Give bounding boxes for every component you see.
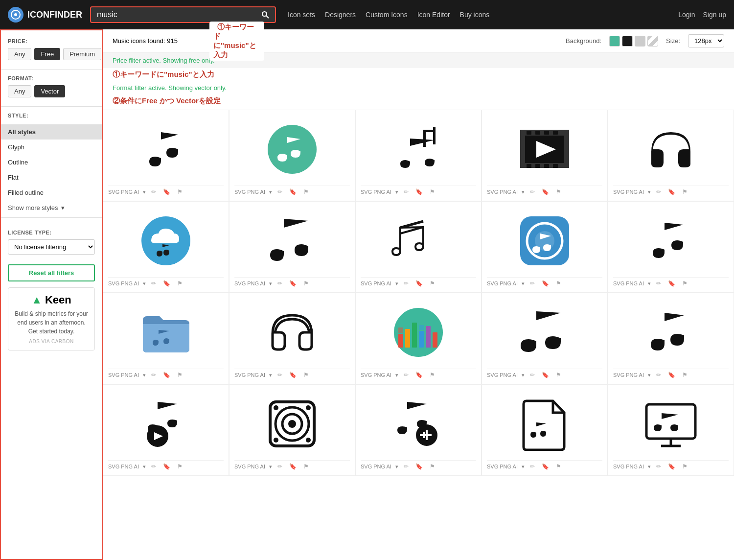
flag-btn-6[interactable]: ⚑ <box>176 280 184 287</box>
flag-btn-17[interactable]: ⚑ <box>302 463 310 470</box>
bg-swatch-dark[interactable] <box>622 36 633 47</box>
icon-cell-19[interactable]: SVG PNG AI ▾ ✏ 🔖 ⚑ <box>482 384 608 476</box>
edit-btn-16[interactable]: ✏ <box>150 463 158 470</box>
price-premium-btn[interactable]: Premium <box>63 48 101 60</box>
icon-cell-1[interactable]: SVG PNG AI ▾ ✏ 🔖 ⚑ <box>103 110 229 201</box>
icon-cell-7[interactable]: SVG PNG AI ▾ ✏ 🔖 ⚑ <box>229 201 355 293</box>
bookmark-btn-10[interactable]: 🔖 <box>666 280 677 287</box>
flag-btn-18[interactable]: ⚑ <box>428 463 436 470</box>
nav-icon-sets[interactable]: Icon sets <box>288 11 315 19</box>
bookmark-btn-7[interactable]: 🔖 <box>288 280 298 287</box>
bookmark-btn-16[interactable]: 🔖 <box>161 463 172 470</box>
flag-btn-14[interactable]: ⚑ <box>554 371 563 379</box>
bookmark-btn-12[interactable]: 🔖 <box>288 371 298 379</box>
bookmark-btn-17[interactable]: 🔖 <box>288 463 298 470</box>
bookmark-btn-2[interactable]: 🔖 <box>288 188 298 196</box>
icon-cell-14[interactable]: SVG PNG AI ▾ ✏ 🔖 ⚑ <box>482 293 608 384</box>
edit-btn-2[interactable]: ✏ <box>276 188 284 196</box>
edit-btn-12[interactable]: ✏ <box>276 371 284 379</box>
flag-btn-19[interactable]: ⚑ <box>554 463 563 470</box>
reset-filters-btn[interactable]: Reset all filters <box>8 264 95 281</box>
edit-btn-3[interactable]: ✏ <box>402 188 410 196</box>
format-any-btn[interactable]: Any <box>8 85 31 97</box>
format-vector-btn[interactable]: Vector <box>34 85 65 97</box>
edit-btn-15[interactable]: ✏ <box>655 371 663 379</box>
icon-cell-3[interactable]: SVG PNG AI ▾ ✏ 🔖 ⚑ <box>355 110 482 201</box>
nav-icon-editor[interactable]: Icon Editor <box>417 11 450 19</box>
nav-designers[interactable]: Designers <box>325 11 356 19</box>
bookmark-btn-15[interactable]: 🔖 <box>666 371 677 379</box>
bookmark-btn-5[interactable]: 🔖 <box>666 188 677 196</box>
price-any-btn[interactable]: Any <box>8 48 31 60</box>
flag-btn-11[interactable]: ⚑ <box>176 371 184 379</box>
edit-btn-5[interactable]: ✏ <box>655 188 663 196</box>
nav-login[interactable]: Login <box>678 11 695 19</box>
edit-btn-10[interactable]: ✏ <box>655 280 663 287</box>
flag-btn-12[interactable]: ⚑ <box>302 371 310 379</box>
edit-btn-7[interactable]: ✏ <box>276 280 284 287</box>
edit-btn-8[interactable]: ✏ <box>402 280 410 287</box>
bookmark-btn-1[interactable]: 🔖 <box>161 188 172 196</box>
style-glyph[interactable]: Glyph <box>1 140 102 155</box>
icon-cell-20[interactable]: SVG PNG AI ▾ ✏ 🔖 ⚑ <box>608 384 734 476</box>
icon-cell-13[interactable]: SVG PNG AI ▾ ✏ 🔖 ⚑ <box>355 293 482 384</box>
edit-btn-6[interactable]: ✏ <box>150 280 158 287</box>
bookmark-btn-8[interactable]: 🔖 <box>414 280 424 287</box>
icon-cell-4[interactable]: SVG PNG AI ▾ ✏ 🔖 ⚑ <box>482 110 608 201</box>
search-button[interactable] <box>261 11 269 19</box>
bg-swatch-gray[interactable] <box>635 36 645 47</box>
bookmark-btn-9[interactable]: 🔖 <box>540 280 550 287</box>
bg-swatch-teal[interactable] <box>609 36 620 47</box>
icon-cell-16[interactable]: SVG PNG AI ▾ ✏ 🔖 ⚑ <box>103 384 229 476</box>
bg-swatch-transparent[interactable] <box>647 36 658 47</box>
bookmark-btn-3[interactable]: 🔖 <box>414 188 424 196</box>
icon-cell-12[interactable]: SVG PNG AI ▾ ✏ 🔖 ⚑ <box>229 293 355 384</box>
bookmark-btn-6[interactable]: 🔖 <box>161 280 172 287</box>
bookmark-btn-11[interactable]: 🔖 <box>161 371 172 379</box>
flag-btn-15[interactable]: ⚑ <box>681 371 689 379</box>
flag-btn-5[interactable]: ⚑ <box>681 188 689 196</box>
edit-btn-1[interactable]: ✏ <box>150 188 158 196</box>
icon-cell-10[interactable]: SVG PNG AI ▾ ✏ 🔖 ⚑ <box>608 201 734 293</box>
edit-btn-19[interactable]: ✏ <box>528 463 536 470</box>
flag-btn-8[interactable]: ⚑ <box>428 280 436 287</box>
license-select[interactable]: No license filtering <box>8 239 95 255</box>
icon-cell-5[interactable]: SVG PNG AI ▾ ✏ 🔖 ⚑ <box>608 110 734 201</box>
edit-btn-17[interactable]: ✏ <box>276 463 284 470</box>
flag-btn-10[interactable]: ⚑ <box>681 280 689 287</box>
edit-btn-4[interactable]: ✏ <box>528 188 536 196</box>
bookmark-btn-4[interactable]: 🔖 <box>540 188 550 196</box>
flag-btn-20[interactable]: ⚑ <box>681 463 689 470</box>
flag-btn-1[interactable]: ⚑ <box>176 188 184 196</box>
style-filled-outline[interactable]: Filled outline <box>1 185 102 200</box>
bookmark-btn-20[interactable]: 🔖 <box>666 463 677 470</box>
show-more-styles-btn[interactable]: Show more styles ▾ <box>1 200 102 215</box>
nav-buy-icons[interactable]: Buy icons <box>460 11 490 19</box>
flag-btn-4[interactable]: ⚑ <box>554 188 563 196</box>
style-all-styles[interactable]: All styles <box>1 124 102 140</box>
icon-cell-6[interactable]: SVG PNG AI ▾ ✏ 🔖 ⚑ <box>103 201 229 293</box>
edit-btn-13[interactable]: ✏ <box>402 371 410 379</box>
search-input[interactable] <box>97 10 257 19</box>
edit-btn-9[interactable]: ✏ <box>528 280 536 287</box>
bookmark-btn-18[interactable]: 🔖 <box>414 463 424 470</box>
flag-btn-3[interactable]: ⚑ <box>428 188 436 196</box>
style-outline[interactable]: Outline <box>1 155 102 170</box>
edit-btn-18[interactable]: ✏ <box>402 463 410 470</box>
search-box[interactable] <box>90 6 276 23</box>
icon-cell-9[interactable]: SVG PNG AI ▾ ✏ 🔖 ⚑ <box>482 201 608 293</box>
edit-btn-14[interactable]: ✏ <box>528 371 536 379</box>
bookmark-btn-19[interactable]: 🔖 <box>540 463 550 470</box>
price-free-btn[interactable]: Free <box>34 48 60 60</box>
icon-cell-15[interactable]: SVG PNG AI ▾ ✏ 🔖 ⚑ <box>608 293 734 384</box>
size-select[interactable]: 128px 64px 32px <box>688 34 724 47</box>
nav-signup[interactable]: Sign up <box>703 11 726 19</box>
icon-cell-8[interactable]: SVG PNG AI ▾ ✏ 🔖 ⚑ <box>355 201 482 293</box>
nav-custom-icons[interactable]: Custom Icons <box>366 11 408 19</box>
edit-btn-20[interactable]: ✏ <box>655 463 663 470</box>
bookmark-btn-13[interactable]: 🔖 <box>414 371 424 379</box>
logo[interactable]: ICONFINDER <box>8 7 82 23</box>
flag-btn-2[interactable]: ⚑ <box>302 188 310 196</box>
flag-btn-9[interactable]: ⚑ <box>554 280 563 287</box>
bookmark-btn-14[interactable]: 🔖 <box>540 371 550 379</box>
